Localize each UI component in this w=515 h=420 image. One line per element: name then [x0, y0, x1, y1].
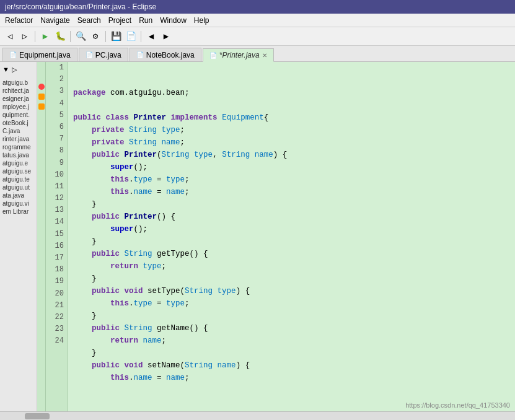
- sidebar-item-12[interactable]: atguigu.te: [1, 175, 35, 183]
- line-numbers: 123456789101112131415161718192021222324: [46, 62, 68, 411]
- hscroll-thumb[interactable]: [25, 413, 50, 419]
- sidebar-item-9[interactable]: tatus.java: [1, 151, 35, 159]
- line-number-23: 23: [46, 323, 64, 335]
- menu-run[interactable]: Run: [139, 16, 152, 25]
- gutter-cell-12: [37, 171, 45, 181]
- gutter-cell-19: [37, 240, 45, 250]
- gutter-cell-11: [37, 161, 45, 171]
- back-icon[interactable]: ◁: [4, 30, 16, 43]
- code-line-8: this.type = type;: [73, 173, 510, 186]
- title-text: jer/src/com/atguigu/bean/Printer.java - …: [5, 2, 156, 11]
- code-line-3: public class Printer implements Equipmen…: [73, 112, 510, 124]
- gutter-cell-24: [37, 290, 45, 300]
- code-editor[interactable]: 123456789101112131415161718192021222324 …: [37, 62, 515, 411]
- menu-project[interactable]: Project: [108, 16, 131, 25]
- code-line-9: this.name = name;: [73, 186, 510, 198]
- code-line-2: [73, 99, 510, 112]
- gutter-cell-15: [37, 201, 45, 211]
- sidebar-item-13[interactable]: atguigu.ut: [1, 183, 35, 191]
- run-icon[interactable]: ▶: [39, 30, 51, 43]
- code-line-10: }: [73, 198, 510, 211]
- code-line-15: return type;: [73, 260, 510, 273]
- horizontal-scrollbar[interactable]: [0, 411, 515, 420]
- code-line-23: public void setName(String name) {: [73, 359, 510, 372]
- new-file-icon[interactable]: 📄: [125, 30, 137, 43]
- sidebar-item-8[interactable]: rogramme: [1, 143, 35, 151]
- code-line-1: package com.atguigu.bean;: [73, 87, 510, 99]
- line-number-4: 4: [46, 98, 64, 110]
- right-nav-icon[interactable]: ▶: [160, 30, 172, 43]
- toolbar-sep-1: [35, 31, 35, 42]
- line-number-19: 19: [46, 276, 64, 287]
- sidebar-header: ▼ ▷: [1, 64, 18, 75]
- tab-notebook[interactable]: 📄 NoteBook.java: [130, 48, 201, 61]
- gutter-cell-13: [37, 181, 45, 191]
- line-number-13: 13: [46, 204, 64, 216]
- sidebar-item-7[interactable]: rinter.java: [1, 135, 35, 143]
- code-line-12: super();: [73, 223, 510, 235]
- sidebar-item-1[interactable]: rchitect.ja: [1, 87, 35, 95]
- code-content[interactable]: package com.atguigu.bean; public class P…: [68, 62, 515, 411]
- sidebar-item-11[interactable]: atguigu.se: [1, 167, 35, 175]
- code-line-18: this.type = type;: [73, 297, 510, 310]
- tab-printer-label: *Printer.java: [219, 51, 260, 59]
- gutter: [37, 62, 46, 411]
- forward-icon[interactable]: ▷: [19, 30, 31, 43]
- code-line-16: }: [73, 273, 510, 285]
- menu-search[interactable]: Search: [77, 16, 101, 25]
- code-line-7: super();: [73, 161, 510, 173]
- tab-equipment-icon: 📄: [9, 51, 17, 58]
- sidebar-item-14[interactable]: ata.java: [1, 191, 35, 199]
- sidebar-item-15[interactable]: atguigu.vi: [1, 199, 35, 208]
- code-line-6: public Printer(String type, String name)…: [73, 149, 510, 161]
- gutter-cell-22: [37, 270, 45, 280]
- sidebar-collapse-icon[interactable]: ▼: [2, 66, 9, 74]
- line-number-1: 1: [46, 62, 64, 74]
- gutter-cell-7: [37, 121, 45, 131]
- code-line-5: private String name;: [73, 136, 510, 149]
- editor-content: ▼ ▷ atguigu.b rchitect.ja esigner.ja mpl…: [0, 62, 515, 411]
- tab-equipment[interactable]: 📄 Equipment.java: [2, 48, 77, 61]
- main: 📄 Equipment.java 📄 PC.java 📄 NoteBook.ja…: [0, 46, 515, 420]
- sidebar-item-5[interactable]: oteBook.j: [1, 119, 35, 127]
- tab-pc[interactable]: 📄 PC.java: [79, 48, 128, 61]
- line-number-14: 14: [46, 216, 64, 228]
- search-toolbar-icon[interactable]: 🔍: [74, 30, 87, 43]
- sidebar-item-6[interactable]: C.java: [1, 127, 35, 135]
- sidebar-item-4[interactable]: quipment.: [1, 111, 35, 119]
- tab-printer[interactable]: 📄 *Printer.java ✕: [203, 48, 274, 62]
- sidebar-item-0[interactable]: atguigu.b: [1, 79, 35, 87]
- gutter-cell-17: [37, 221, 45, 230]
- gutter-cell-9: [37, 141, 45, 151]
- sidebar-item-10[interactable]: atguigu.e: [1, 159, 35, 167]
- left-nav-icon[interactable]: ◀: [145, 30, 157, 43]
- tab-printer-icon: 📄: [209, 52, 217, 59]
- line-number-9: 9: [46, 157, 64, 169]
- save-icon[interactable]: 💾: [110, 30, 122, 43]
- tab-equipment-label: Equipment.java: [19, 51, 71, 59]
- line-number-20: 20: [46, 288, 64, 300]
- code-line-22: }: [73, 347, 510, 359]
- line-number-3: 3: [46, 85, 64, 97]
- menu-help[interactable]: Help: [194, 16, 209, 25]
- tab-pc-label: PC.java: [95, 51, 121, 59]
- menu-refactor[interactable]: Refactor: [5, 16, 33, 25]
- menu-navigate[interactable]: Navigate: [40, 16, 69, 25]
- gutter-cell-1: [37, 62, 45, 72]
- line-number-5: 5: [46, 110, 64, 121]
- line-number-21: 21: [46, 300, 64, 312]
- tab-printer-close[interactable]: ✕: [262, 52, 267, 59]
- tab-bar: 📄 Equipment.java 📄 PC.java 📄 NoteBook.ja…: [0, 46, 515, 62]
- tab-notebook-label: NoteBook.java: [146, 51, 195, 59]
- sidebar-expand-icon[interactable]: ▷: [12, 66, 17, 74]
- menu-window[interactable]: Window: [160, 16, 187, 25]
- sidebar-item-16[interactable]: em Librar: [1, 208, 35, 216]
- sidebar-item-3[interactable]: mployee.j: [1, 103, 35, 111]
- debug-icon[interactable]: 🐛: [54, 30, 66, 43]
- gutter-cell-10: [37, 151, 45, 161]
- settings-icon[interactable]: ⚙: [89, 30, 102, 43]
- code-line-17: public void setType(String type) {: [73, 285, 510, 297]
- gutter-cell-4: [37, 92, 45, 102]
- sidebar-item-2[interactable]: esigner.ja: [1, 95, 35, 103]
- line-number-12: 12: [46, 193, 64, 204]
